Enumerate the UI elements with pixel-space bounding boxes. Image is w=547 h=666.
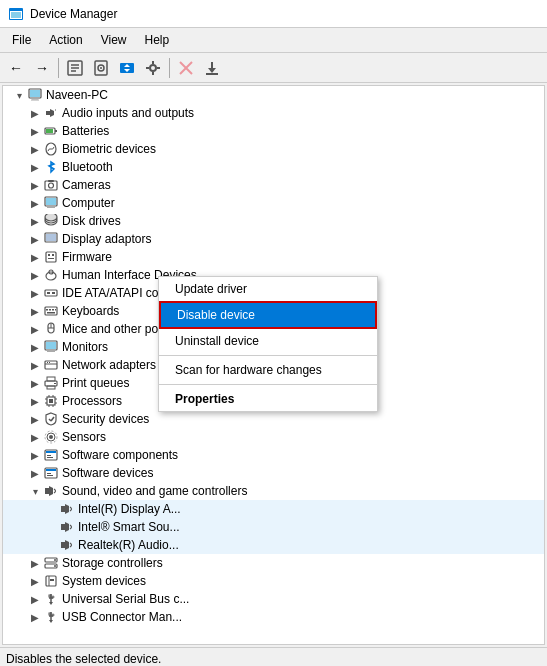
svg-rect-66 <box>46 342 56 349</box>
svg-rect-39 <box>48 206 54 207</box>
tree-root[interactable]: ▾ Naveen-PC <box>3 86 544 104</box>
expand-btn[interactable]: ▶ <box>27 375 43 391</box>
list-item[interactable]: ▶ Biometric devices <box>3 140 544 158</box>
expand-btn[interactable]: ▶ <box>27 339 43 355</box>
item-label: Biometric devices <box>62 142 156 156</box>
expand-btn[interactable]: ▶ <box>27 555 43 571</box>
print-icon <box>43 375 59 391</box>
svg-rect-56 <box>45 307 57 315</box>
svg-rect-71 <box>47 362 48 363</box>
expand-btn[interactable]: ▶ <box>27 159 43 175</box>
scan-button[interactable] <box>89 56 113 80</box>
item-label: Software devices <box>62 466 153 480</box>
svg-marker-21 <box>208 68 216 73</box>
list-item[interactable]: ▶ Batteries <box>3 122 544 140</box>
list-item[interactable]: ▶ Disk drives <box>3 212 544 230</box>
expand-btn[interactable]: ▶ <box>27 213 43 229</box>
menu-separator-2 <box>159 384 377 385</box>
expand-btn[interactable]: ▶ <box>27 231 43 247</box>
camera-icon <box>43 177 59 193</box>
expand-btn[interactable]: ▶ <box>27 321 43 337</box>
menu-view[interactable]: View <box>93 30 135 50</box>
list-item[interactable]: Realtek(R) Audio... <box>3 536 544 554</box>
audio-icon <box>43 105 59 121</box>
menu-action[interactable]: Action <box>41 30 90 50</box>
context-menu-properties[interactable]: Properties <box>159 387 377 411</box>
back-button[interactable]: ← <box>4 56 28 80</box>
list-item[interactable]: ▶ System devices <box>3 572 544 590</box>
expand-btn[interactable]: ▶ <box>27 303 43 319</box>
network-icon <box>43 357 59 373</box>
context-menu-disable[interactable]: Disable device <box>159 301 377 329</box>
context-menu-update[interactable]: Update driver <box>159 277 377 301</box>
item-label: Intel® Smart Sou... <box>78 520 180 534</box>
svg-point-111 <box>54 565 56 567</box>
context-menu-uninstall[interactable]: Uninstall device <box>159 329 377 353</box>
menu-help[interactable]: Help <box>137 30 178 50</box>
list-item[interactable]: ▶ Bluetooth <box>3 158 544 176</box>
expand-btn[interactable]: ▶ <box>27 177 43 193</box>
list-item[interactable]: Intel(R) Display A... <box>3 500 544 518</box>
list-item[interactable]: ▶ Software components <box>3 446 544 464</box>
expand-btn[interactable]: ▶ <box>27 249 43 265</box>
usb-icon <box>43 591 59 607</box>
update-button[interactable] <box>115 56 139 80</box>
item-label: Monitors <box>62 340 108 354</box>
expand-btn[interactable]: ▾ <box>27 483 43 499</box>
download-button[interactable] <box>200 56 224 80</box>
svg-rect-61 <box>47 312 55 314</box>
menu-file[interactable]: File <box>4 30 39 50</box>
list-item[interactable]: ▶ Universal Serial Bus c... <box>3 590 544 608</box>
context-menu-scan[interactable]: Scan for hardware changes <box>159 358 377 382</box>
list-item[interactable]: ▶ Storage controllers <box>3 554 544 572</box>
expand-btn[interactable]: ▶ <box>27 123 43 139</box>
forward-button[interactable]: → <box>30 56 54 80</box>
security-icon <box>43 411 59 427</box>
expand-btn[interactable]: ▶ <box>27 357 43 373</box>
device-tree[interactable]: ▾ Naveen-PC ▶ Audio inputs and outputs <box>2 85 545 645</box>
sound-sub-icon <box>59 537 75 553</box>
expand-btn[interactable]: ▶ <box>27 591 43 607</box>
list-item[interactable]: ▶ Sensors <box>3 428 544 446</box>
svg-rect-122 <box>49 613 51 615</box>
svg-rect-76 <box>54 383 56 384</box>
list-item[interactable]: ▶ Security devices <box>3 410 544 428</box>
expand-btn[interactable]: ▶ <box>27 267 43 283</box>
biometric-icon <box>43 141 59 157</box>
expand-btn[interactable]: ▶ <box>27 141 43 157</box>
svg-rect-34 <box>45 181 57 190</box>
expand-btn[interactable]: ▶ <box>27 609 43 625</box>
properties-button[interactable] <box>63 56 87 80</box>
list-item[interactable]: ▶ Cameras <box>3 176 544 194</box>
expand-btn[interactable]: ▶ <box>27 285 43 301</box>
expand-btn[interactable]: ▶ <box>27 105 43 121</box>
list-item[interactable]: ▶ Display adaptors <box>3 230 544 248</box>
expand-btn[interactable]: ▶ <box>27 447 43 463</box>
list-item[interactable]: ▶ Audio inputs and outputs <box>3 104 544 122</box>
list-item[interactable]: ▶ Firmware <box>3 248 544 266</box>
svg-rect-25 <box>32 98 38 100</box>
svg-rect-102 <box>61 506 65 512</box>
no-expand <box>43 537 59 553</box>
software-icon <box>43 447 59 463</box>
list-item[interactable]: ▾ Sound, video and game controllers <box>3 482 544 500</box>
window: Device Manager File Action View Help ← → <box>0 0 547 666</box>
bluetooth-icon <box>43 159 59 175</box>
expand-btn[interactable]: ▶ <box>27 195 43 211</box>
expand-btn[interactable]: ▶ <box>27 429 43 445</box>
svg-marker-119 <box>49 602 53 605</box>
item-label: USB Connector Man... <box>62 610 182 624</box>
expand-btn[interactable]: ▶ <box>27 573 43 589</box>
list-item[interactable]: ▶ USB Connector Man... <box>3 608 544 626</box>
expand-btn[interactable]: ▶ <box>27 465 43 481</box>
expand-root[interactable]: ▾ <box>11 87 27 103</box>
expand-btn[interactable]: ▶ <box>27 411 43 427</box>
list-item[interactable]: ▶ Computer <box>3 194 544 212</box>
list-item[interactable]: ▶ Software devices <box>3 464 544 482</box>
expand-btn[interactable]: ▶ <box>27 393 43 409</box>
svg-rect-117 <box>49 595 51 597</box>
svg-line-19 <box>180 62 192 74</box>
list-item[interactable]: Intel® Smart Sou... <box>3 518 544 536</box>
svg-point-43 <box>45 214 57 221</box>
settings-button[interactable] <box>141 56 165 80</box>
